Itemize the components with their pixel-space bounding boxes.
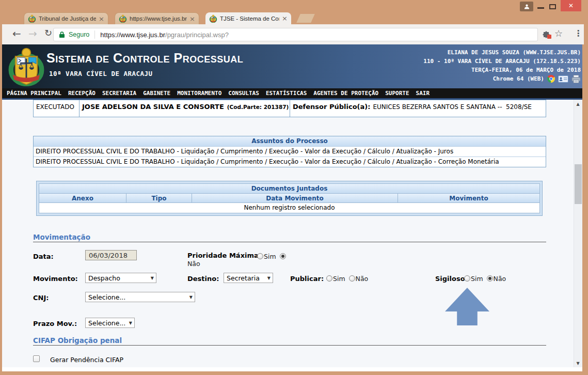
column-header-movimento: Movimento <box>398 194 540 203</box>
dropdown-caret-icon: ▼ <box>189 295 193 300</box>
secure-lock-icon <box>59 31 65 38</box>
party-name-cell: JOSE ADELSON DA SILVA E CONSORTE(Cod.Par… <box>79 100 290 117</box>
gerar-pendencia-checkbox[interactable] <box>33 355 40 362</box>
profile-button[interactable] <box>520 2 533 11</box>
url-path: /pgrau/principal.wsp? <box>165 31 229 39</box>
menu-secretaria[interactable]: SECRETARIA <box>102 90 136 97</box>
main-menu-bar: PÁGINA PRINCIPAL RECEPÇÃO SECRETARIA GAB… <box>2 88 584 98</box>
prazo-mov-select[interactable]: Selecione... ▼ <box>85 318 135 328</box>
cnj-select[interactable]: Selecione... ▼ <box>85 292 195 302</box>
prioridade-sim-radio[interactable] <box>257 253 263 259</box>
publicar-nao-radio[interactable] <box>349 275 355 282</box>
app-title: Sistema de Controle Processual <box>46 51 243 66</box>
url-domain: https://www.tjse.jus.br <box>100 31 165 39</box>
unit-line: 110 - 10ª VARA CÍVEL DE ARACAJU (172.18.… <box>289 57 581 66</box>
prazo-mov-label: Prazo Mov.: <box>33 320 77 327</box>
maximize-button[interactable] <box>549 4 556 9</box>
reload-button[interactable]: ↻ <box>44 27 52 38</box>
app-subtitle: 10ª VARA CÍVEL DE ARACAJU <box>49 70 153 77</box>
publicar-sim-radio[interactable] <box>326 275 332 282</box>
publicar-sim-label: Sim <box>333 275 345 283</box>
assunto-row: DIREITO PROCESSUAL CIVIL E DO TRABALHO -… <box>34 157 546 167</box>
browser-version-line: Chrome 64 (WEB) <box>493 74 544 83</box>
browser-tab-2[interactable]: https://www.tjse.jus.br/co × <box>115 12 199 24</box>
scrollbar-thumb[interactable] <box>575 164 582 204</box>
movimento-select[interactable]: Despacho ▼ <box>85 273 156 283</box>
sigiloso-sim-label: Sim <box>471 275 483 283</box>
prioridade-maxima-label: Prioridade Máxima: <box>187 252 261 259</box>
window-frame-right <box>582 44 588 375</box>
date-line: TERÇA-FEIRA, 06 de MARÇO de 2018 <box>289 66 581 74</box>
user-line: ELIANA DE JESUS SOUZA (WWW.TJSE.JUS.BR) <box>289 48 581 57</box>
assuntos-title: Assuntos do Processo <box>34 136 546 146</box>
browser-tab-3-active[interactable]: TJSE - Sistema de Contro × <box>205 12 291 24</box>
destino-value: Secretaria <box>227 274 265 282</box>
party-table-row: EXECUTADO JOSE ADELSON DA SILVA E CONSOR… <box>33 100 546 117</box>
section-divider <box>33 345 546 346</box>
party-code: (Cod.Parte: 201387) <box>227 104 289 110</box>
scroll-up-icon[interactable]: ▲ <box>574 100 582 108</box>
menu-estatisticas[interactable]: ESTATÍSTICAS <box>266 90 307 97</box>
printer-icon[interactable] <box>571 75 581 83</box>
person-icon <box>523 3 530 10</box>
publicar-nao-label: Não <box>356 275 369 283</box>
tab-close-icon[interactable]: × <box>282 15 288 22</box>
new-tab-button[interactable] <box>296 14 315 23</box>
cifap-section-title: CIFAP Obrigação penal <box>33 336 122 345</box>
data-field[interactable]: 06/03/2018 <box>85 250 137 260</box>
prioridade-nao-label: Não <box>187 260 200 268</box>
address-bar[interactable]: Seguro https://www.tjse.jus.br/pgrau/pri… <box>53 28 538 41</box>
movimento-label: Movimento: <box>33 275 78 283</box>
window-frame-left <box>0 24 2 375</box>
id-card-icon[interactable] <box>558 75 568 83</box>
menu-sair[interactable]: SAIR <box>416 90 430 97</box>
close-button[interactable]: ✕ <box>561 0 581 11</box>
movimentacao-section-title: Movimentação <box>33 233 90 241</box>
destino-select[interactable]: Secretaria ▼ <box>224 273 273 283</box>
back-button[interactable]: ← <box>12 27 21 40</box>
menu-consultas[interactable]: CONSULTAS <box>228 90 259 97</box>
menu-recepcao[interactable]: RECEPÇÃO <box>68 90 96 97</box>
session-info: ELIANA DE JESUS SOUZA (WWW.TJSE.JUS.BR) … <box>289 48 581 83</box>
prioridade-sim-label: Sim <box>264 253 276 260</box>
tjse-favicon-icon <box>28 14 36 23</box>
documentos-table: Documentos Juntados Anexo Tipo Data Movi… <box>36 181 543 216</box>
bookmark-star-icon[interactable]: ☆ <box>554 28 563 39</box>
cnj-value: Selecione... <box>88 293 187 301</box>
browser-tab-1[interactable]: Tribunal de Justiça de Se × <box>24 12 108 24</box>
vertical-scrollbar[interactable] <box>574 100 582 367</box>
dropdown-caret-icon: ▼ <box>151 276 154 280</box>
tab-close-icon[interactable]: × <box>99 15 104 22</box>
sigiloso-nao-radio[interactable] <box>487 275 493 282</box>
close-icon: ✕ <box>568 2 574 9</box>
column-header-data-movimento: Data Movimento <box>192 194 398 203</box>
menu-suporte[interactable]: SUPORTE <box>385 90 409 97</box>
gerar-pendencia-label: Gerar Pendência CIFAP <box>50 356 123 364</box>
prioridade-nao-radio[interactable] <box>280 253 286 259</box>
assuntos-table: Assuntos do Processo DIREITO PROCESSUAL … <box>33 136 546 167</box>
tab-close-icon[interactable]: × <box>189 15 195 22</box>
sigiloso-nao-label: Não <box>494 275 506 283</box>
tjse-favicon-icon <box>119 14 127 23</box>
minimize-button[interactable] <box>537 7 544 9</box>
menu-pagina-principal[interactable]: PÁGINA PRINCIPAL <box>7 90 61 97</box>
divider <box>94 30 95 39</box>
scroll-down-icon[interactable]: ▼ <box>574 359 582 367</box>
menu-monitoramento[interactable]: MONITORAMENTO <box>177 90 221 97</box>
menu-gabinete[interactable]: GABINETE <box>143 90 170 97</box>
data-label: Data: <box>33 253 54 260</box>
browser-menu-icon[interactable]: ⋮ <box>574 28 582 38</box>
menu-agentes-de-protecao[interactable]: AGENTES DE PROTEÇÃO <box>313 90 378 97</box>
publicar-radio-group: Sim Não <box>326 274 372 283</box>
sigiloso-sim-radio[interactable] <box>464 275 470 282</box>
dropdown-caret-icon: ▼ <box>129 321 132 325</box>
defender-value: EUNICES BEZERRA SANTOS E SANTANA -- 5208… <box>373 103 531 111</box>
prioridade-radio-group: Sim <box>257 252 286 260</box>
movimento-value: Despacho <box>88 274 149 282</box>
window-frame-bottom <box>0 371 588 375</box>
chrome-icon <box>547 75 555 83</box>
prazo-mov-value: Selecione... <box>88 319 127 327</box>
documentos-title: Documentos Juntados <box>39 183 540 194</box>
forward-button[interactable]: → <box>28 27 37 40</box>
defender-label: Defensor Público(a): <box>293 103 370 111</box>
